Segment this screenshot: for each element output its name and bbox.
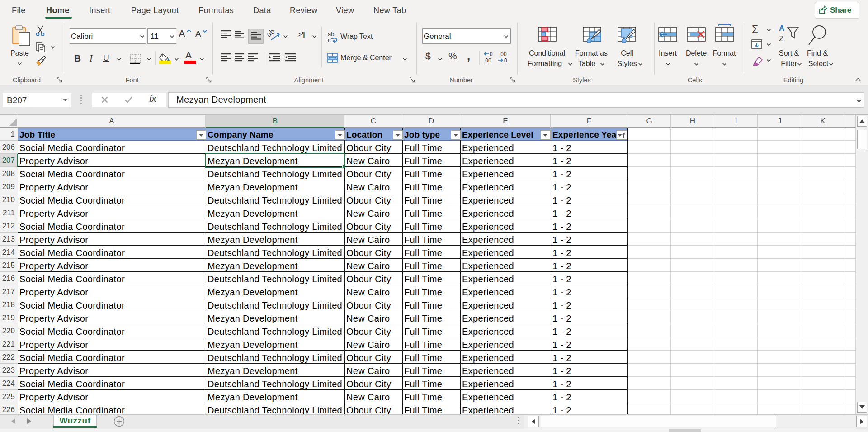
svg-text:c: c: [328, 37, 331, 43]
svg-text:.00: .00: [484, 57, 491, 64]
svg-text:0: 0: [490, 51, 493, 57]
svg-text:.00: .00: [499, 51, 507, 57]
svg-text:0: 0: [504, 57, 507, 64]
